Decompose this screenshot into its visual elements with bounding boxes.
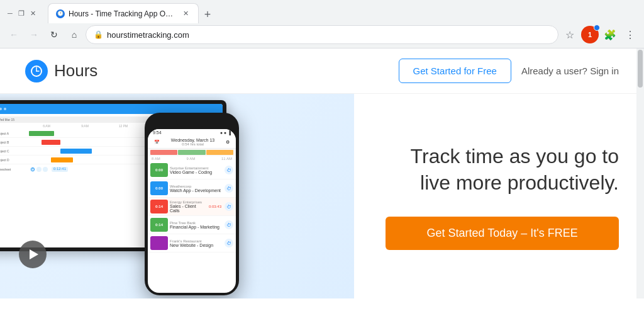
home-button[interactable]: ⌂ (65, 26, 83, 43)
title-bar: ─ ❐ ✕ 🕐 Hours - Time Tracking App Onli..… (0, 0, 644, 23)
phone-time-labels: 8 AM 9 AM 11 AM (148, 156, 236, 161)
phone-entry-color-5 (150, 236, 168, 250)
scrollbar-thumb[interactable] (638, 50, 643, 88)
phone-entry-text-5: Frank's Restaurant New Website - Design (170, 239, 223, 247)
reload-button[interactable]: ↻ (45, 26, 63, 43)
tab-close-button[interactable]: ✕ (180, 9, 191, 19)
phone-entry-1: 0:00 Surprise Entertainment Video Game -… (148, 161, 236, 179)
phone-entry-2: 0:00 Weathercorp Watch App - Development… (148, 179, 236, 198)
logo-icon (25, 60, 48, 82)
phone-entry-color-3: 0:14 (150, 200, 168, 213)
website-content: Hours Get Started for Free Already a use… (0, 48, 644, 298)
restore-button[interactable]: ❐ (16, 8, 26, 18)
url-bar[interactable]: 🔒 hourstimetracking.com (86, 25, 558, 44)
phone-notch (176, 118, 208, 127)
bookmark-button[interactable]: ☆ (561, 26, 579, 43)
phone-entry-color-4: 0:14 (150, 218, 168, 232)
hero-devices: Wed Mar 15 6:AM 9:AM 12 PM 3 PM 6 PM (0, 94, 354, 298)
chrome-menu-button[interactable]: ⋮ (621, 26, 639, 43)
phone-entry-color-1: 0:00 (150, 163, 168, 177)
clock-icon (30, 65, 43, 77)
hero-cta-button[interactable]: Get Started Today – It's FREE (386, 217, 619, 250)
phone-entry-text-1: Surprise Entertainment Video Game - Codi… (170, 166, 223, 174)
phone-elapsed: 0:03:43 (209, 205, 221, 208)
back-button[interactable]: ← (5, 26, 23, 43)
phone-status-bar: 9:54 ● ● ▐ (148, 129, 236, 136)
play-button[interactable] (19, 241, 47, 268)
close-button[interactable]: ✕ (28, 8, 38, 18)
phone-entry-color-2: 0:00 (150, 181, 168, 195)
phone-entry-text-3: Energy Enterprises Sales - Client Calls (170, 200, 207, 213)
phone-entry-text-4: Pine Tree Bank Financial App - Marketing (170, 221, 223, 229)
scrollbar[interactable] (636, 48, 644, 298)
header-actions: Get Started for Free Already a user? Sig… (399, 59, 619, 83)
phone-time: 9:54 (153, 130, 162, 135)
phone-timer-icon-1: ⏱ (225, 166, 233, 174)
signin-link[interactable]: Already a user? Sign in (521, 65, 619, 76)
extensions-button[interactable]: 🧩 (601, 26, 619, 43)
phone-entry-text-2: Weathercorp Watch App - Development (170, 185, 223, 193)
phone-timer-icon-2: ⏱ (225, 184, 233, 193)
phone-timer-icon-3: ⏱ (225, 202, 233, 211)
phone-entry-3: 0:14 Energy Enterprises Sales - Client C… (148, 198, 236, 216)
logo: Hours (25, 60, 97, 82)
timer-dot-1 (30, 167, 35, 172)
phone-entry-5: Frank's Restaurant New Website - Design … (148, 234, 236, 253)
phone-timer-icon-4: ⏱ (225, 220, 233, 229)
new-tab-button[interactable]: + (199, 6, 216, 23)
play-triangle-icon (30, 249, 38, 259)
minimize-button[interactable]: ─ (5, 8, 15, 18)
browser-chrome: ─ ❐ ✕ 🕐 Hours - Time Tracking App Onli..… (0, 0, 644, 48)
phone-timeline-header (148, 149, 236, 156)
tagline-line1: Track time as you go to (411, 145, 619, 168)
tab-favicon-icon: 🕐 (56, 9, 65, 18)
forward-button[interactable]: → (25, 26, 43, 43)
phone-screen: 9:54 ● ● ▐ 📅 Wednesday, March 13 0:54 hr… (148, 129, 236, 293)
site-header: Hours Get Started for Free Already a use… (0, 48, 644, 94)
lock-icon: 🔒 (94, 30, 103, 39)
hero-right: Track time as you go to live more produc… (354, 131, 644, 262)
hero-section: Wed Mar 15 6:AM 9:AM 12 PM 3 PM 6 PM (0, 94, 644, 298)
profile-button[interactable]: 1 (581, 26, 599, 43)
tab-label: Hours - Time Tracking App Onli... (69, 9, 177, 18)
profile-badge (594, 25, 600, 31)
tab-bar: 🕐 Hours - Time Tracking App Onli... ✕ + (43, 3, 221, 23)
timer-dot-3 (43, 167, 48, 172)
phone-timer-icon-5: ⏱ (225, 239, 233, 247)
phone-date: Wednesday, March 13 (171, 138, 214, 142)
window-controls[interactable]: ─ ❐ ✕ (5, 8, 38, 18)
address-bar: ← → ↻ ⌂ 🔒 hourstimetracking.com ☆ 1 🧩 ⋮ (0, 23, 644, 48)
phone-total: 0:54 hrs total (171, 142, 214, 146)
url-text: hourstimetracking.com (107, 30, 550, 40)
tagline-line2: live more productively. (420, 171, 619, 194)
phone-mockup: 9:54 ● ● ▐ 📅 Wednesday, March 13 0:54 hr… (145, 113, 239, 295)
get-started-button[interactable]: Get Started for Free (399, 59, 511, 83)
phone-entry-4: 0:14 Pine Tree Bank Financial App - Mark… (148, 216, 236, 234)
phone-header: 📅 Wednesday, March 13 0:54 hrs total ⚙ (148, 136, 236, 149)
timer-dot-2 (36, 167, 42, 172)
active-tab[interactable]: 🕐 Hours - Time Tracking App Onli... ✕ (48, 3, 199, 23)
hero-tagline: Track time as you go to live more produc… (386, 144, 619, 196)
logo-text: Hours (54, 61, 97, 81)
device-area: Wed Mar 15 6:AM 9:AM 12 PM 3 PM 6 PM (0, 94, 354, 298)
